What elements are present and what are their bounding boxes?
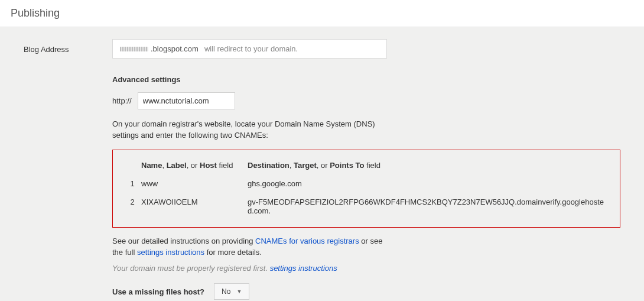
row-name: XIXAWOIIOELM — [141, 198, 248, 215]
missing-files-label: Use a missing files host? — [112, 287, 204, 296]
cname-table: Name, Label, or Host field Destination, … — [112, 150, 620, 228]
page-title: Publishing — [11, 7, 633, 20]
row-index: 1 — [123, 179, 141, 188]
blog-subdomain-masked — [120, 47, 148, 51]
detailed-instructions: See our detailed instructions on providi… — [112, 236, 390, 258]
dns-instructions: On your domain registrar's website, loca… — [112, 119, 390, 141]
blog-address-hint: will redirect to your domain. — [204, 44, 298, 53]
registered-settings-link[interactable]: settings instructions — [270, 264, 337, 273]
header-index — [123, 161, 141, 170]
missing-files-row: Use a missing files host? No ▼ — [112, 283, 620, 300]
row-dest: gv-F5MEODFAPSEFIZIOL2RFPG66WKDF4FHMCS2KB… — [248, 198, 609, 215]
row-index: 2 — [123, 198, 141, 215]
missing-files-select[interactable]: No ▼ — [214, 283, 249, 300]
http-prefix: http:// — [112, 96, 132, 105]
blog-address-label: Blog Address — [24, 45, 69, 54]
header-dest-col: Destination, Target, or Points To field — [248, 161, 609, 170]
cname-header-row: Name, Label, or Host field Destination, … — [120, 156, 613, 174]
settings-instructions-link[interactable]: settings instructions — [137, 248, 204, 257]
header-name-col: Name, Label, or Host field — [141, 161, 248, 170]
registered-hint: Your domain must be properly registered … — [112, 264, 620, 273]
header: Publishing — [0, 0, 644, 27]
table-row: 1 www ghs.google.com — [120, 174, 613, 193]
main-column: .blogspot.com will redirect to your doma… — [112, 39, 644, 301]
custom-domain-input[interactable] — [138, 92, 235, 109]
chevron-down-icon: ▼ — [236, 289, 242, 294]
blog-address-box: .blogspot.com will redirect to your doma… — [112, 39, 387, 59]
table-row: 2 XIXAWOIIOELM gv-F5MEODFAPSEFIZIOL2RFPG… — [120, 193, 613, 220]
content: Blog Address .blogspot.com will redirect… — [0, 27, 644, 301]
domain-row: http:// — [112, 92, 620, 109]
blog-address-suffix: .blogspot.com — [151, 44, 199, 53]
row-name: www — [141, 179, 248, 188]
left-column: Blog Address — [0, 39, 112, 301]
missing-files-value: No — [222, 287, 230, 296]
row-dest: ghs.google.com — [248, 179, 609, 188]
advanced-settings-title: Advanced settings — [112, 75, 620, 84]
cname-registrars-link[interactable]: CNAMEs for various registrars — [255, 237, 359, 245]
